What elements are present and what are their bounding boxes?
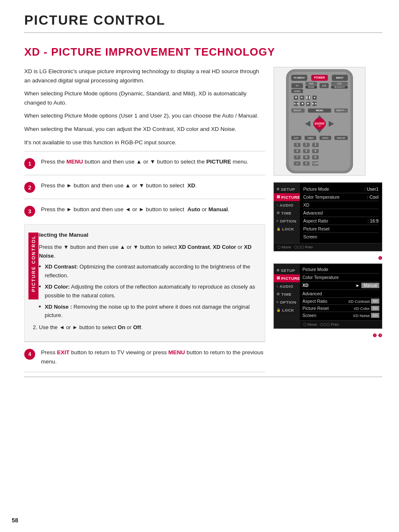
manual-box: Selecting the Manual Press the ▼ button … [24,224,265,342]
menu-row-picture-reset: Picture Reset [303,225,379,233]
step-4-circle: 4 [24,349,35,360]
menu-s2-row-adv: Advanced [302,290,379,298]
svg-text:1: 1 [297,143,298,146]
svg-text:◄◄: ◄◄ [293,102,299,105]
manual-bullet-color: XD Color: Adjusting the colors of the re… [39,283,257,300]
svg-text:-/-: -/- [296,162,299,165]
manual-badge: Manual [361,283,379,288]
content-layout: XD is LG Electronic's unique picture imp… [24,67,382,372]
left-column: XD is LG Electronic's unique picture imp… [24,67,265,372]
steps-container: 1 Press the MENU button and then use ▲ o… [24,151,265,372]
step-2-text: Press the ► button and then use ▲ or ▼ b… [41,181,197,190]
svg-text:7: 7 [297,156,298,159]
menu-row-screen: Screen [303,233,379,240]
page-title: PICTURE CONTROL [24,13,382,33]
menu-s2-option: ≡OPTION [274,298,300,306]
svg-text:DVD: DVD [309,83,314,85]
svg-text:0: 0 [305,162,307,165]
step-1-text: Press the MENU button and then use ▲ or … [41,157,248,166]
menu-s2-lock: 🔒LOCK [274,306,300,314]
intro-p1: XD is LG Electronic's unique picture imp… [24,67,265,85]
menu-row-color-temp: Color Temperature : Cool [303,193,379,201]
screen-2-label: ❷ ❸ [274,333,382,338]
sidebar-label: PICTURE CONTROL [28,233,38,299]
step-3-text: Press the ► button and then use ◄ or ► b… [41,205,230,214]
intro-p2: When selecting Picture Mode options (Dyn… [24,89,265,107]
svg-text:MENU: MENU [316,109,323,112]
menu-row-xd: XD [303,201,379,209]
step-2-row: 2 Press the ► button and then use ▲ or ▼… [24,175,265,199]
step-2-circle: 2 [24,182,35,193]
svg-text:RATIO: RATIO [322,137,329,139]
menu-item-time: ⏱TIME [274,209,300,217]
svg-text:AUDIO: AUDIO [294,90,301,92]
menu-s2-picture: 🖼PICTURE [274,274,300,282]
menu-screen-2: ⚙SETUP 🖼PICTURE ♪AUDIO [274,263,382,329]
menu-item-lock: 🔒LOCK [274,225,300,233]
step-3-circle: 3 [24,206,35,217]
menu-screen-2-main: Picture Mode Color Temperature XD ► Manu [300,264,382,328]
section-heading: XD - PICTURE IMPROVEMENT TECHNOLOGY [24,46,382,59]
svg-point-51 [318,125,321,127]
remote-image: TV INPUT POWER INPUT TV DVD MODE [274,67,366,176]
step-4-row: 4 Press EXIT button to return to TV view… [24,342,265,372]
menu-s2-audio: ♪AUDIO [274,282,300,290]
page-number: 58 [12,517,18,524]
svg-text:●: ● [314,96,315,99]
screen-1-label: ❶ [274,256,382,261]
menu-screen-2-sidebar: ⚙SETUP 🖼PICTURE ♪AUDIO [274,264,300,328]
xd-color-on-badge: On [371,306,379,311]
menu-screen-2-footer: ⬡ Move ⬡⬡⬡ Prev [300,320,382,328]
bottom-divider [24,376,382,377]
menu-row-aspect-ratio: Aspect Ratio : 16:9 [303,217,379,225]
menu-s2-time: ⏱TIME [274,290,300,298]
svg-text:4: 4 [297,149,298,152]
svg-text:INPUT: INPUT [336,77,344,79]
right-column: TV INPUT POWER INPUT TV DVD MODE [274,67,382,372]
svg-text:VCR: VCR [337,83,342,85]
svg-text:►: ► [307,102,310,105]
manual-step-1: Press the ▼ button and then use ▲ or ▼ b… [39,243,257,320]
svg-text:9: 9 [315,156,316,159]
svg-text:►►: ►► [312,102,317,105]
manual-bullet-contrast: XD Contrast: Optimizing the contrast aut… [39,263,257,280]
step-1-row: 1 Press the MENU button and then use ▲ o… [24,151,265,175]
menu-s2-content: Picture Mode Color Temperature XD ► Manu [300,264,382,320]
svg-text:ENTER: ENTER [315,122,324,125]
menu-s2-row-pm: Picture Mode [302,266,379,274]
menu-row-advanced: Advanced [303,209,379,217]
svg-text:❚❚: ❚❚ [306,96,311,100]
svg-text:8: 8 [305,156,307,159]
menu-s2-row-ct: Color Temperature [302,274,379,281]
svg-text:MODE: MODE [308,86,315,88]
menu-s2-row-pr: Picture Reset XD Color On [302,305,379,312]
manual-box-title: Selecting the Manual [32,230,257,240]
svg-text:3: 3 [315,143,316,146]
svg-text:■: ■ [295,96,297,99]
svg-text:BRIGHT -: BRIGHT - [294,110,303,112]
svg-text:TV INPUT: TV INPUT [294,77,305,79]
manual-step-2: Use the ◄ or ► button to select On or Of… [39,323,257,332]
menu-screen-1-main: Picture Mode : User1 Color Temperature :… [300,183,382,243]
xd-noise-on-badge: On [371,313,379,318]
intro-p5: It's not available to use this function … [24,138,265,147]
intro-p4: When selecting the Manual, you can adjus… [24,125,265,134]
svg-text:TV: TV [296,84,299,87]
menu-s2-row-xd: XD ► Manual [302,281,379,290]
svg-text:EXIT: EXIT [294,137,299,139]
menu-item-setup: ⚙SETUP [274,185,300,193]
svg-text:►: ► [301,96,304,99]
svg-text:2: 2 [305,143,307,146]
step-1-circle: 1 [24,158,35,169]
svg-text:6: 6 [315,149,316,152]
menu-item-audio: ♪AUDIO [274,201,300,209]
svg-text:BRIGHT +: BRIGHT + [336,110,346,112]
xd-contrast-on-badge: On [371,299,379,304]
menu-screen-1-footer: ⬡ Move ⬡⬡⬡ Prev [274,243,382,251]
menu-screen-1: ⚙SETUP 🖼PICTURE ♪AUDIO [274,182,382,251]
step-4-text: Press EXIT button to return to TV viewin… [41,348,265,366]
svg-text:SPDCAP: SPDCAP [337,137,345,139]
menu-s2-row-screen: Screen XD Noise On [302,312,379,319]
svg-text:5: 5 [305,149,307,152]
menu-s2-row-ar: Aspect Ratio XD Contrast On [302,298,379,305]
